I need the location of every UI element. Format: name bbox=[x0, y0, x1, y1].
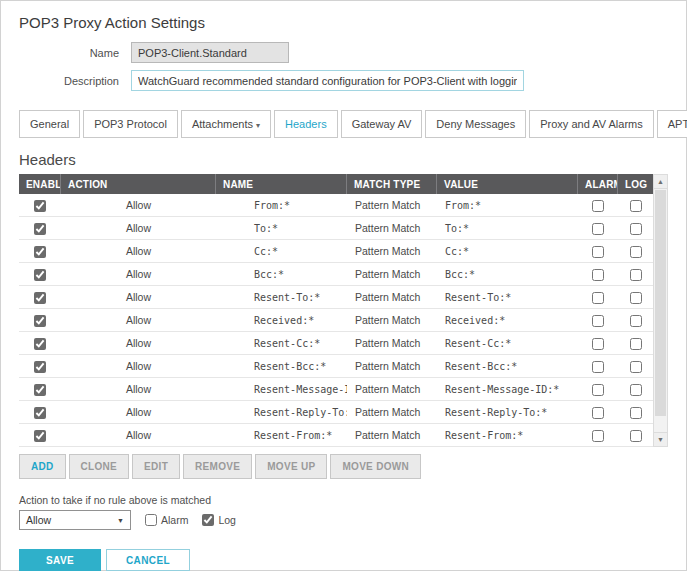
move-down-button[interactable]: MOVE DOWN bbox=[330, 454, 421, 479]
save-button[interactable]: SAVE bbox=[19, 549, 101, 571]
alarm-checkbox[interactable] bbox=[592, 269, 604, 281]
column-header-alarm: ALARM bbox=[578, 174, 618, 194]
name-field[interactable] bbox=[131, 42, 289, 63]
enabled-checkbox[interactable] bbox=[34, 384, 46, 396]
scroll-down-button[interactable]: ▼ bbox=[654, 432, 667, 446]
table-row[interactable]: Allow Resent-Reply-To:* Pattern Match Re… bbox=[19, 401, 653, 424]
table-row[interactable]: Allow To:* Pattern Match To:* bbox=[19, 217, 653, 240]
enabled-checkbox[interactable] bbox=[34, 223, 46, 235]
alarm-checkbox[interactable] bbox=[592, 361, 604, 373]
alarm-checkbox[interactable] bbox=[592, 200, 604, 212]
rule-action: Allow bbox=[61, 337, 216, 349]
enabled-checkbox[interactable] bbox=[34, 292, 46, 304]
tab-label: APT Blocker bbox=[668, 118, 687, 130]
table-row[interactable]: Allow Cc:* Pattern Match Cc:* bbox=[19, 240, 653, 263]
clone-button[interactable]: CLONE bbox=[69, 454, 130, 479]
enabled-checkbox[interactable] bbox=[34, 361, 46, 373]
log-checkbox[interactable] bbox=[630, 269, 642, 281]
enabled-checkbox[interactable] bbox=[34, 407, 46, 419]
tab-bar: General POP3 Protocol Attachments▾ Heade… bbox=[19, 110, 686, 138]
rule-value: Resent-Bcc:* bbox=[437, 361, 578, 372]
table-row[interactable]: Allow Resent-Bcc:* Pattern Match Resent-… bbox=[19, 355, 653, 378]
alarm-checkbox[interactable] bbox=[592, 384, 604, 396]
alarm-checkbox[interactable] bbox=[592, 338, 604, 350]
tab-label: Proxy and AV Alarms bbox=[540, 118, 643, 130]
name-row: Name bbox=[1, 42, 686, 63]
table-row[interactable]: Allow Resent-Message-ID:* Pattern Match … bbox=[19, 378, 653, 401]
tab-headers[interactable]: Headers bbox=[274, 110, 338, 138]
enabled-checkbox[interactable] bbox=[34, 200, 46, 212]
log-checkbox[interactable] bbox=[630, 246, 642, 258]
remove-button[interactable]: REMOVE bbox=[183, 454, 252, 479]
column-header-match-type: MATCH TYPE bbox=[347, 174, 437, 194]
log-checkbox[interactable] bbox=[630, 361, 642, 373]
edit-button[interactable]: EDIT bbox=[132, 454, 180, 479]
scroll-up-button[interactable]: ▲ bbox=[654, 175, 667, 189]
log-checkbox[interactable] bbox=[630, 200, 642, 212]
enabled-checkbox[interactable] bbox=[34, 269, 46, 281]
rule-match-type: Pattern Match bbox=[347, 245, 437, 257]
tab-proxy-and-av-alarms[interactable]: Proxy and AV Alarms bbox=[529, 110, 654, 138]
rule-match-type: Pattern Match bbox=[347, 337, 437, 349]
tab-apt-blocker[interactable]: APT Blocker bbox=[657, 110, 687, 138]
name-label: Name bbox=[1, 47, 131, 59]
rule-match-type: Pattern Match bbox=[347, 199, 437, 211]
rule-match-type: Pattern Match bbox=[347, 268, 437, 280]
column-header-name: NAME bbox=[216, 174, 347, 194]
log-checkbox[interactable] bbox=[630, 407, 642, 419]
table-row[interactable]: Allow Bcc:* Pattern Match Bcc:* bbox=[19, 263, 653, 286]
scroll-up-icon: ▲ bbox=[657, 178, 664, 185]
tab-deny-messages[interactable]: Deny Messages bbox=[425, 110, 526, 138]
log-checkbox[interactable] bbox=[630, 292, 642, 304]
pop3-proxy-action-settings-panel: POP3 Proxy Action Settings Name Descript… bbox=[0, 0, 687, 571]
table-row[interactable]: Allow Resent-To:* Pattern Match Resent-T… bbox=[19, 286, 653, 309]
alarm-checkbox[interactable] bbox=[592, 430, 604, 442]
move-up-button[interactable]: MOVE UP bbox=[255, 454, 327, 479]
log-checkbox[interactable] bbox=[630, 223, 642, 235]
tab-attachments[interactable]: Attachments▾ bbox=[181, 110, 271, 138]
table-row[interactable]: Allow Resent-Cc:* Pattern Match Resent-C… bbox=[19, 332, 653, 355]
enabled-checkbox[interactable] bbox=[34, 430, 46, 442]
log-checkbox[interactable] bbox=[630, 315, 642, 327]
rule-name: From:* bbox=[216, 200, 347, 211]
enabled-checkbox[interactable] bbox=[34, 246, 46, 258]
alarm-checkbox[interactable] bbox=[592, 223, 604, 235]
table-row[interactable]: Allow From:* Pattern Match From:* bbox=[19, 194, 653, 217]
rule-match-type: Pattern Match bbox=[347, 383, 437, 395]
log-checkbox[interactable] bbox=[630, 384, 642, 396]
log-checkbox[interactable] bbox=[630, 430, 642, 442]
add-button[interactable]: ADD bbox=[19, 454, 66, 479]
default-action-value: Allow bbox=[26, 514, 51, 526]
cancel-button[interactable]: CANCEL bbox=[106, 549, 190, 571]
rule-name: Resent-From:* bbox=[216, 430, 347, 441]
table-scrollbar[interactable]: ▲ ▼ bbox=[653, 174, 668, 447]
alarm-checkbox[interactable] bbox=[592, 292, 604, 304]
tab-label: POP3 Protocol bbox=[94, 118, 167, 130]
rule-action: Allow bbox=[61, 383, 216, 395]
scroll-down-icon: ▼ bbox=[657, 436, 664, 443]
alarm-checkbox[interactable] bbox=[592, 315, 604, 327]
alarm-checkbox[interactable] bbox=[592, 246, 604, 258]
tab-pop3-protocol[interactable]: POP3 Protocol bbox=[83, 110, 178, 138]
log-checkbox[interactable] bbox=[630, 338, 642, 350]
default-log-checkbox[interactable] bbox=[202, 514, 214, 526]
tab-general[interactable]: General bbox=[19, 110, 80, 138]
alarm-checkbox[interactable] bbox=[592, 407, 604, 419]
enabled-checkbox[interactable] bbox=[34, 338, 46, 350]
tab-label: General bbox=[30, 118, 69, 130]
table-row[interactable]: Allow Resent-From:* Pattern Match Resent… bbox=[19, 424, 653, 447]
rule-match-type: Pattern Match bbox=[347, 406, 437, 418]
page-title: POP3 Proxy Action Settings bbox=[1, 1, 686, 35]
description-label: Description bbox=[1, 75, 131, 87]
default-alarm-checkbox[interactable] bbox=[145, 514, 157, 526]
rule-action: Allow bbox=[61, 291, 216, 303]
tab-gateway-av[interactable]: Gateway AV bbox=[341, 110, 423, 138]
enabled-checkbox[interactable] bbox=[34, 315, 46, 327]
default-action-select[interactable]: Allow ▼ bbox=[19, 510, 131, 530]
rule-value: Resent-To:* bbox=[437, 292, 578, 303]
description-field[interactable] bbox=[131, 70, 524, 91]
rule-match-type: Pattern Match bbox=[347, 429, 437, 441]
table-row[interactable]: Allow Received:* Pattern Match Received:… bbox=[19, 309, 653, 332]
scrollbar-thumb[interactable] bbox=[655, 190, 666, 416]
rules-table-body: Allow From:* Pattern Match From:* Allow … bbox=[19, 194, 653, 447]
